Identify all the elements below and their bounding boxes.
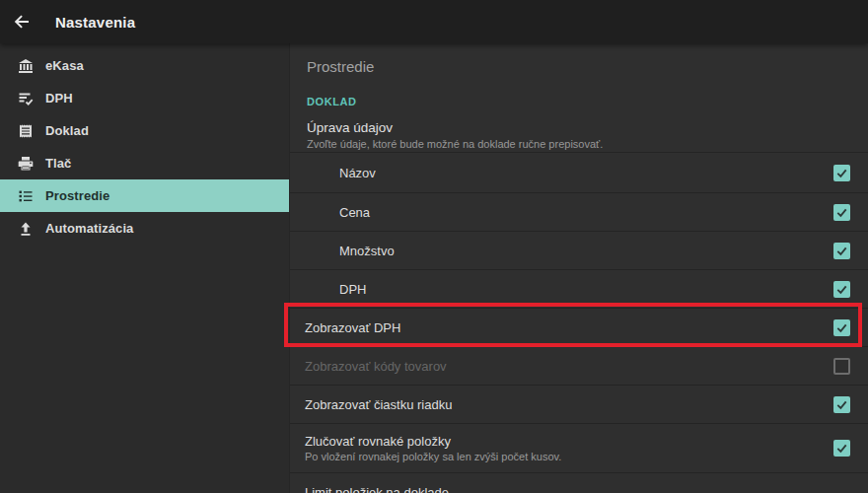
sidebar-item-prostredie[interactable]: Prostredie <box>0 179 289 212</box>
group-title: Úprava údajov <box>307 120 851 135</box>
printer-icon <box>17 155 34 172</box>
sidebar-item-tlac[interactable]: Tlač <box>0 147 289 179</box>
checkbox[interactable] <box>833 396 850 413</box>
row-zobrazovat-kody-tovarov[interactable]: Zobrazovať kódy tovarov <box>290 347 868 386</box>
sidebar-item-ekasa[interactable]: eKasa <box>0 49 289 82</box>
main-area: eKasa DPH Doklad Tlač Prostredie Automat… <box>0 43 868 493</box>
sidebar-item-label: Automatizácia <box>45 221 133 236</box>
row-dph[interactable]: DPH <box>290 270 868 309</box>
group-subtitle: Zvoľte údaje, ktoré bude možné na doklad… <box>307 138 851 150</box>
content-header: Prostredie DOKLAD Úprava údajov Zvoľte ú… <box>290 43 868 152</box>
row-limit-poloziek-na-doklade[interactable]: Limit položiek na doklade <box>290 473 868 493</box>
row-zlucovat-rovnake-polozky[interactable]: Zlučovať rovnaké položky Po vložení rovn… <box>290 424 868 473</box>
sidebar-item-label: Tlač <box>45 156 71 171</box>
row-zobrazovat-dph[interactable]: Zobrazovať DPH <box>290 309 868 347</box>
content-title: Prostredie <box>307 43 851 75</box>
checkbox[interactable] <box>833 204 850 221</box>
sidebar-item-label: Doklad <box>45 123 89 138</box>
row-nazov[interactable]: Názov <box>290 153 868 193</box>
page-title: Nastavenia <box>55 14 135 31</box>
sidebar: eKasa DPH Doklad Tlač Prostredie Automat… <box>0 43 289 493</box>
row-cena[interactable]: Cena <box>290 193 868 232</box>
list-icon <box>17 187 34 204</box>
row-mnozstvo[interactable]: Množstvo <box>290 232 868 270</box>
row-zobrazovat-ciastku-riadku[interactable]: Zobrazovať čiastku riadku <box>290 386 868 424</box>
settings-window: Nastavenia eKasa DPH Doklad Tlač Prostre… <box>0 0 868 493</box>
playlist-check-icon <box>17 90 34 106</box>
upload-icon <box>17 220 34 237</box>
receipt-icon <box>17 122 34 139</box>
topbar: Nastavenia <box>0 0 868 43</box>
content-panel: Prostredie DOKLAD Úprava údajov Zvoľte ú… <box>289 43 868 493</box>
arrow-left-icon <box>13 13 31 31</box>
settings-rows: Názov Cena Množstvo DPH <box>290 152 868 493</box>
checkbox[interactable] <box>833 243 850 259</box>
checkbox[interactable] <box>833 358 850 375</box>
sidebar-item-label: eKasa <box>45 58 84 73</box>
sidebar-item-automatizacia[interactable]: Automatizácia <box>0 212 289 245</box>
checkbox[interactable] <box>833 281 850 298</box>
sidebar-item-label: DPH <box>45 91 73 106</box>
bank-icon <box>17 57 34 74</box>
checkbox[interactable] <box>833 165 850 181</box>
sidebar-item-doklad[interactable]: Doklad <box>0 114 289 147</box>
back-button[interactable] <box>0 0 43 43</box>
sidebar-item-dph[interactable]: DPH <box>0 82 289 114</box>
checkbox[interactable] <box>833 440 850 457</box>
section-label: DOKLAD <box>307 96 851 107</box>
checkbox[interactable] <box>833 319 850 336</box>
sidebar-item-label: Prostredie <box>45 188 109 203</box>
